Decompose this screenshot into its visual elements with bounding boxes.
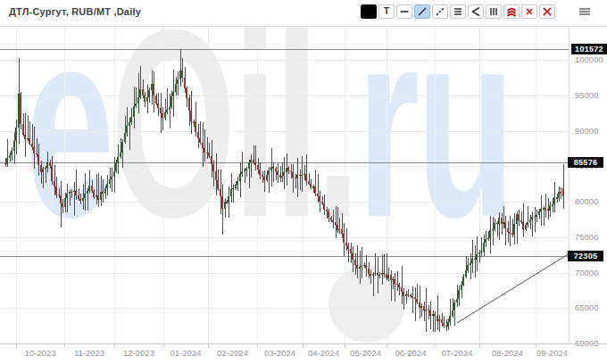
svg-text:11-2023: 11-2023 [74, 348, 104, 358]
svg-text:70000: 70000 [575, 268, 598, 277]
parallel-lines-icon [453, 6, 463, 17]
fan-lines-tool[interactable] [468, 4, 484, 19]
svg-text:06-2024: 06-2024 [395, 348, 427, 358]
svg-text:05-2024: 05-2024 [350, 348, 381, 358]
svg-text:95000: 95000 [575, 90, 598, 100]
drawing-toolbar: T [359, 4, 593, 19]
vertical-lines-icon [488, 6, 499, 17]
ray-line-tool[interactable] [432, 4, 448, 19]
chart-title: ДТЛ-Сургут, RUB/MT ,Daily [9, 6, 141, 17]
price-tag-trend: 72305 [568, 251, 603, 261]
trend-line-tool[interactable] [414, 4, 430, 19]
svg-text:07-2024: 07-2024 [442, 348, 473, 358]
parallel-lines-tool[interactable] [450, 4, 466, 19]
svg-text:08-2024: 08-2024 [492, 348, 523, 358]
horizontal-line-icon [399, 6, 410, 17]
chart-header: ДТЛ-Сургут, RUB/MT ,Daily T [0, 0, 607, 27]
svg-text:65000: 65000 [575, 302, 598, 312]
svg-text:60000: 60000 [575, 338, 598, 348]
horizontal-line-tool[interactable] [396, 4, 412, 19]
fibonacci-arcs-icon [506, 6, 517, 17]
candlestick-plot[interactable]: 1000009500090000850008000075000700006500… [0, 27, 607, 364]
delete-drawing-tool[interactable] [521, 4, 537, 19]
svg-text:80000: 80000 [575, 196, 598, 206]
chart-menu[interactable] [577, 4, 593, 19]
text-tool-icon: T [384, 7, 389, 16]
delete-all-cross-icon [542, 6, 553, 17]
ray-line-icon [435, 6, 445, 17]
svg-text:03-2024: 03-2024 [264, 348, 295, 358]
svg-text:01-2024: 01-2024 [170, 348, 202, 358]
text-tool[interactable]: T [378, 4, 395, 19]
svg-text:75000: 75000 [575, 232, 598, 242]
vertical-lines-tool[interactable] [486, 4, 502, 19]
price-tag-resistance: 85576 [568, 157, 603, 168]
delete-all-drawings-tool[interactable] [539, 4, 555, 19]
svg-text:90000: 90000 [575, 126, 598, 136]
svg-text:04-2024: 04-2024 [308, 348, 339, 358]
price-tag-high: 101572 [571, 44, 607, 54]
svg-text:02-2024: 02-2024 [217, 348, 248, 358]
color-swatch-tool[interactable] [361, 4, 377, 19]
delete-cross-icon [524, 6, 535, 17]
fibonacci-arcs-tool[interactable] [503, 4, 520, 19]
svg-text:09-2024: 09-2024 [536, 348, 568, 358]
svg-text:10-2023: 10-2023 [25, 348, 56, 358]
trend-line-icon [417, 6, 428, 17]
fan-lines-icon [470, 6, 481, 17]
svg-text:12-2023: 12-2023 [123, 348, 154, 358]
chart-area[interactable]: eOil.ru 10000095000900008500080000750007… [0, 27, 607, 364]
svg-text:100000: 100000 [575, 54, 603, 64]
hamburger-menu-icon [578, 6, 591, 17]
